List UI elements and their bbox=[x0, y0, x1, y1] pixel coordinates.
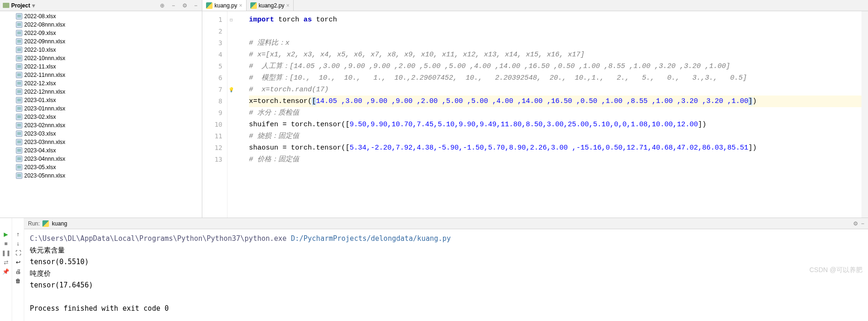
fold-marker[interactable] bbox=[227, 119, 235, 130]
line-number: 5 bbox=[202, 61, 222, 72]
file-name: 2023-05nnn.xlsx bbox=[24, 172, 65, 179]
file-name: 2022-12.xlsx bbox=[24, 80, 56, 87]
fold-marker[interactable] bbox=[227, 49, 235, 61]
line-number: 10 bbox=[202, 119, 222, 130]
line-number: 6 bbox=[202, 72, 222, 84]
code-area[interactable]: import torch as torch # 湿料比：x # x=[x1, x… bbox=[235, 11, 861, 218]
run-icon[interactable]: ▶ bbox=[3, 231, 9, 238]
vertical-scrollbar[interactable] bbox=[861, 11, 868, 218]
file-name: 2023-02nnn.xlsx bbox=[24, 122, 65, 129]
fold-marker[interactable]: ⊟ bbox=[227, 14, 235, 26]
fold-marker[interactable] bbox=[227, 96, 235, 107]
python-file-icon bbox=[42, 220, 49, 227]
settings-icon[interactable]: ⚙ bbox=[181, 2, 188, 9]
file-item[interactable]: 2022-09.xlsx bbox=[0, 29, 202, 37]
wrap-icon[interactable]: ↩ bbox=[16, 259, 21, 266]
python-file-icon bbox=[250, 2, 257, 9]
fold-marker[interactable] bbox=[227, 61, 235, 72]
run-output[interactable]: C:\Users\DL\AppData\Local\Programs\Pytho… bbox=[24, 229, 868, 321]
run-config-name[interactable]: kuang bbox=[52, 220, 67, 227]
excel-icon bbox=[16, 30, 22, 36]
hide-icon[interactable]: − bbox=[861, 220, 864, 227]
output-exe-path: C:\Users\DL\AppData\Local\Programs\Pytho… bbox=[30, 234, 291, 243]
file-name: 2022-12nnn.xlsx bbox=[24, 89, 65, 95]
pin-icon[interactable]: 📌 bbox=[3, 268, 9, 275]
file-item[interactable]: 2023-04nnn.xlsx bbox=[0, 155, 202, 163]
file-item[interactable]: 2023-03.xlsx bbox=[0, 130, 202, 138]
file-item[interactable]: 2023-01nnn.xlsx bbox=[0, 104, 202, 113]
fold-marker[interactable] bbox=[227, 26, 235, 37]
output-exit-line: Process finished with exit code 0 bbox=[30, 304, 169, 313]
close-icon[interactable]: × bbox=[286, 2, 289, 9]
up-icon[interactable]: ↑ bbox=[17, 231, 20, 238]
trash-icon[interactable]: 🗑 bbox=[15, 278, 21, 284]
file-item[interactable]: 2023-03nnn.xlsx bbox=[0, 138, 202, 146]
fold-marker[interactable] bbox=[227, 130, 235, 142]
file-item[interactable]: 2022-10.xlsx bbox=[0, 46, 202, 54]
collapse-all-icon[interactable]: − bbox=[170, 2, 177, 9]
file-item[interactable]: 2022-12.xlsx bbox=[0, 79, 202, 88]
editor-tabs: kuang.py × kuang2.py × bbox=[202, 0, 868, 11]
print-icon[interactable]: 🖨 bbox=[15, 268, 21, 275]
stop-icon[interactable]: ■ bbox=[3, 240, 9, 247]
down-icon[interactable]: ↓ bbox=[17, 240, 20, 247]
line-number: 2 bbox=[202, 26, 222, 37]
dropdown-icon: ▾ bbox=[32, 2, 35, 9]
fold-marker[interactable] bbox=[227, 154, 235, 165]
excel-icon bbox=[16, 114, 22, 120]
layout-icon[interactable]: ⇄ bbox=[3, 259, 9, 266]
fold-marker[interactable]: 💡 bbox=[227, 84, 235, 96]
file-item[interactable]: 2023-05nnn.xlsx bbox=[0, 171, 202, 180]
file-item[interactable]: 2022-10nnn.xlsx bbox=[0, 54, 202, 62]
file-name: 2022-11.xlsx bbox=[24, 63, 56, 70]
excel-icon bbox=[16, 89, 22, 95]
pause-icon[interactable]: ❚❚ bbox=[3, 250, 9, 256]
file-item[interactable]: 2022-11nnn.xlsx bbox=[0, 71, 202, 79]
file-item[interactable]: 2023-04.xlsx bbox=[0, 146, 202, 155]
code-token: shaosun = torch.tensor([ bbox=[249, 144, 350, 152]
file-name: 2022-09nnn.xlsx bbox=[24, 38, 65, 45]
excel-icon bbox=[16, 72, 22, 78]
line-number: 11 bbox=[202, 130, 222, 142]
project-title[interactable]: Project ▾ bbox=[3, 2, 159, 9]
excel-icon bbox=[16, 122, 22, 129]
file-item[interactable]: 2023-05.xlsx bbox=[0, 163, 202, 171]
file-item[interactable]: 2023-01.xlsx bbox=[0, 96, 202, 104]
code-comment: # 水分：质检值 bbox=[249, 109, 299, 117]
filter-icon[interactable]: ⛶ bbox=[15, 250, 21, 256]
file-name: 2022-08nnn.xlsx bbox=[24, 21, 65, 28]
file-item[interactable]: 2022-08.xlsx bbox=[0, 12, 202, 20]
select-opened-file-icon[interactable]: ⊕ bbox=[159, 2, 165, 9]
excel-icon bbox=[16, 105, 22, 112]
code-comment: # 烧损：固定值 bbox=[249, 132, 299, 140]
tab-kuang[interactable]: kuang.py × bbox=[202, 0, 247, 11]
tab-kuang2[interactable]: kuang2.py × bbox=[247, 0, 294, 11]
hide-icon[interactable]: − bbox=[193, 2, 199, 9]
fold-marker[interactable] bbox=[227, 142, 235, 154]
gear-icon[interactable]: ⚙ bbox=[853, 220, 858, 227]
bracket-highlight: [ bbox=[312, 97, 316, 105]
file-name: 2023-01.xlsx bbox=[24, 97, 56, 103]
watermark: CSDN @可以养肥 bbox=[809, 266, 862, 274]
file-item[interactable]: 2022-12nnn.xlsx bbox=[0, 88, 202, 96]
close-icon[interactable]: × bbox=[239, 2, 242, 9]
code-comment: # x=[x1, x2, x3, x4, x5, x6, x7, x8, x9,… bbox=[249, 51, 585, 59]
fold-marker[interactable] bbox=[227, 107, 235, 119]
file-item[interactable]: 2023-02.xlsx bbox=[0, 113, 202, 121]
file-item[interactable]: 2022-08nnn.xlsx bbox=[0, 20, 202, 29]
code-comment: # 价格：固定值 bbox=[249, 156, 299, 164]
file-item[interactable]: 2022-11.xlsx bbox=[0, 62, 202, 71]
file-name: 2023-03.xlsx bbox=[24, 130, 56, 137]
file-list[interactable]: 2022-08.xlsx2022-08nnn.xlsx2022-09.xlsx2… bbox=[0, 11, 202, 218]
fold-marker[interactable] bbox=[227, 72, 235, 84]
file-name: 2023-04.xlsx bbox=[24, 147, 56, 154]
run-tool-window: ▶ ■ ❚❚ ⇄ 📌 ↑ ↓ ⛶ ↩ 🖨 🗑 Run: kuang ⚙ − C:… bbox=[0, 218, 868, 321]
code-comment: # 模型算：[10., 10., 10., 1., 10.,2.29607452… bbox=[249, 74, 747, 82]
file-item[interactable]: 2022-09nnn.xlsx bbox=[0, 37, 202, 46]
fold-marker[interactable] bbox=[227, 37, 235, 49]
file-name: 2022-08.xlsx bbox=[24, 13, 56, 20]
file-item[interactable]: 2023-02nnn.xlsx bbox=[0, 121, 202, 130]
code-token: as bbox=[303, 16, 312, 24]
output-line: tensor(17.6456) bbox=[30, 281, 93, 289]
file-name: 2023-02.xlsx bbox=[24, 114, 56, 120]
